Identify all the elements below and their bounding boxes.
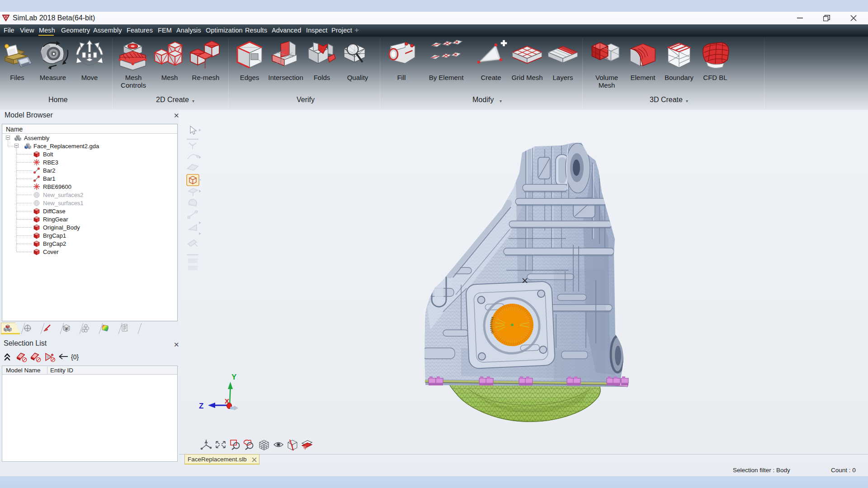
svg-text:Z: Z	[199, 402, 203, 410]
svg-text:Y: Y	[231, 373, 237, 381]
svg-text:Al: Al	[65, 327, 68, 331]
